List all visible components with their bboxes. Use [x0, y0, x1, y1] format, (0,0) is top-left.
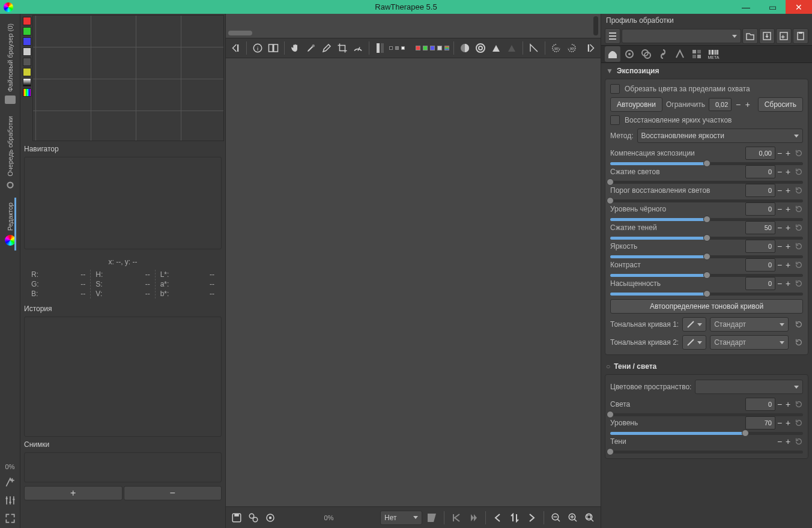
slider-minus[interactable]: − [775, 221, 784, 234]
slider-reset-icon[interactable] [795, 186, 803, 195]
slider-thumb[interactable] [703, 253, 710, 260]
clip-limit-minus[interactable]: − [735, 98, 741, 111]
slider-reset-icon[interactable] [795, 168, 803, 176]
maximize-button[interactable]: ▭ [759, 0, 786, 14]
bg-white-icon[interactable] [401, 46, 405, 50]
crop-tool-icon[interactable] [335, 41, 350, 55]
section-exposure-header[interactable]: ▼Экспозиция [605, 63, 808, 79]
navigator-preview[interactable] [24, 157, 222, 249]
filmstrip-hscrollbar[interactable] [228, 31, 252, 35]
tab-file-browser[interactable]: Файловый браузер (0) [5, 19, 16, 109]
slider-thumb[interactable] [607, 178, 614, 186]
auto-tone-curve-button[interactable]: Автоопределение тоновой кривой [610, 299, 803, 314]
info-icon[interactable]: i [250, 41, 265, 55]
chip-bw-icon[interactable] [23, 78, 31, 86]
slider-thumb[interactable] [742, 429, 749, 437]
straighten-tool-icon[interactable] [351, 41, 365, 55]
slider-reset-icon[interactable] [795, 223, 803, 232]
slider-value-input[interactable]: 0,00 [745, 147, 775, 160]
tab-raw-icon[interactable] [689, 46, 704, 62]
slider-value-input[interactable]: 0 [745, 184, 775, 197]
slider-reset-icon[interactable] [795, 242, 803, 250]
clip-highlight-icon[interactable] [504, 41, 519, 55]
section-shadows-header[interactable]: ○Тени / света [605, 359, 808, 374]
slider-minus[interactable]: − [775, 277, 784, 290]
history-list[interactable] [24, 317, 222, 437]
profile-paste-icon[interactable] [793, 28, 808, 44]
slider-thumb[interactable] [703, 272, 710, 279]
profile-copy-icon[interactable] [776, 28, 792, 44]
bg-black-icon[interactable] [389, 46, 393, 50]
prev-image-icon[interactable] [491, 511, 505, 525]
rotate-icon[interactable] [527, 41, 541, 55]
slider-plus[interactable]: + [784, 258, 792, 272]
slider-plus[interactable]: + [784, 240, 792, 253]
slider-reset-icon[interactable] [795, 261, 803, 269]
clip-oog-checkbox[interactable] [610, 84, 620, 94]
preview-focus-icon[interactable] [444, 46, 449, 50]
slider-value-input[interactable]: 0 [745, 202, 775, 216]
chip-chroma[interactable] [23, 58, 31, 66]
chip-blue[interactable] [23, 37, 31, 46]
slider-value-input[interactable]: 0 [745, 398, 775, 411]
slider-minus[interactable]: − [775, 258, 784, 272]
slider-minus[interactable]: − [775, 147, 784, 160]
slider-thumb[interactable] [703, 290, 710, 297]
slider-plus[interactable]: + [784, 165, 792, 178]
profile-dropdown[interactable] [622, 29, 741, 43]
slider-reset-icon[interactable] [795, 279, 803, 288]
slider-plus[interactable]: + [784, 398, 792, 411]
slider-track[interactable] [610, 181, 803, 184]
slider-track[interactable] [610, 199, 803, 202]
hand-tool-icon[interactable] [288, 41, 303, 55]
slider-plus[interactable]: + [784, 184, 792, 197]
sharpen-contrast-icon[interactable] [458, 41, 472, 55]
preview-r-icon[interactable] [416, 46, 420, 50]
slider-track[interactable] [610, 237, 803, 240]
minimize-button[interactable]: — [733, 0, 759, 14]
slider-plus[interactable]: + [784, 435, 792, 448]
hl-method-dropdown[interactable]: Восстановление яркости [637, 129, 803, 143]
slider-track[interactable] [610, 218, 803, 221]
tab-transform-icon[interactable] [672, 46, 688, 62]
slider-track[interactable] [610, 413, 803, 416]
profile-load-icon[interactable] [742, 28, 758, 44]
curve2-type-dropdown[interactable] [682, 335, 706, 350]
slider-value-input[interactable]: 50 [745, 221, 775, 234]
nav-sync-icon[interactable] [466, 511, 480, 525]
slider-track[interactable] [610, 451, 803, 454]
slider-track[interactable] [610, 255, 803, 258]
slider-value-input[interactable]: 0 [745, 165, 775, 178]
curve1-type-dropdown[interactable] [682, 317, 706, 332]
hl-recon-checkbox[interactable] [610, 115, 620, 125]
slider-track[interactable] [610, 293, 803, 296]
background-dropdown[interactable]: Нет [380, 511, 422, 525]
tab-meta-icon[interactable]: META [706, 46, 721, 62]
slider-value-input[interactable]: 0 [745, 240, 775, 253]
curve1-reset-icon[interactable] [795, 320, 803, 329]
slider-minus[interactable]: − [775, 165, 784, 178]
preview-l-icon[interactable] [437, 46, 442, 50]
preview-bg-toggle-icon[interactable] [373, 41, 387, 55]
monitor-profile-icon[interactable] [425, 511, 439, 525]
slider-track[interactable] [610, 162, 803, 165]
swap-icon[interactable] [507, 511, 522, 525]
slider-value-input[interactable]: 0 [745, 277, 775, 290]
chip-green[interactable] [23, 27, 31, 35]
slider-value-input[interactable]: 0 [745, 258, 775, 272]
curve2-reset-icon[interactable] [795, 338, 803, 347]
clip-shadow-icon[interactable] [489, 41, 503, 55]
clip-limit-plus[interactable]: + [745, 98, 751, 111]
slider-reset-icon[interactable] [795, 400, 803, 408]
rotate-right-icon[interactable]: 90° [565, 41, 579, 55]
sh-colorspace-dropdown[interactable] [695, 380, 803, 394]
add-snapshot-icon[interactable] [4, 476, 16, 488]
chip-red[interactable] [23, 17, 31, 25]
preview-b-icon[interactable] [430, 46, 435, 50]
slider-minus[interactable]: − [775, 435, 784, 448]
slider-plus[interactable]: + [784, 416, 792, 429]
zoom-in-icon[interactable] [566, 511, 580, 525]
slider-track[interactable] [610, 432, 803, 435]
chip-luma[interactable] [23, 47, 31, 56]
bg-gray-icon[interactable] [395, 46, 399, 50]
